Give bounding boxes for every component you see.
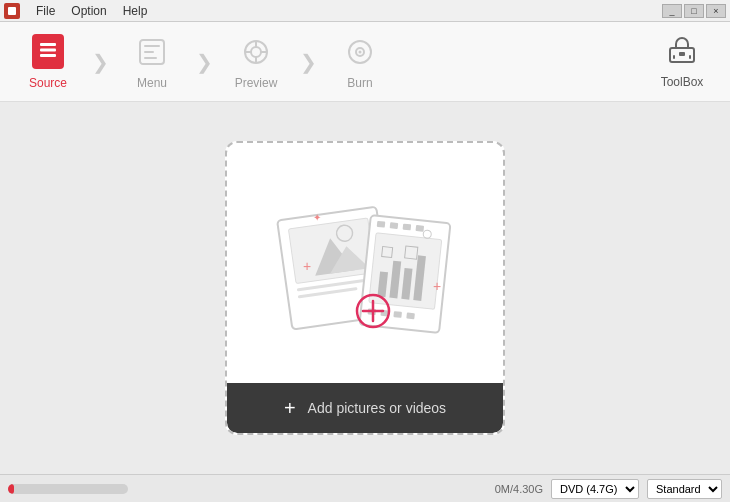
media-illustration: + + ✦ xyxy=(255,163,475,363)
quality-select[interactable]: Standard xyxy=(647,479,722,499)
toolbar-item-preview[interactable]: Preview xyxy=(216,27,296,97)
svg-text:+: + xyxy=(433,278,441,294)
toolbox-icon xyxy=(666,34,698,69)
toolbox-label: ToolBox xyxy=(661,75,704,89)
svg-point-16 xyxy=(359,50,362,53)
menu-nav-icon xyxy=(134,34,170,70)
toolbar-item-menu[interactable]: Menu xyxy=(112,27,192,97)
svg-point-9 xyxy=(251,47,261,57)
burn-icon xyxy=(342,34,378,70)
menu-option[interactable]: Option xyxy=(63,2,114,20)
status-bar: 0M/4.30G DVD (4.7G) Standard xyxy=(0,474,730,502)
title-bar-left: File Option Help xyxy=(4,2,155,20)
arrow-2: ❯ xyxy=(192,27,216,97)
arrow-1: ❯ xyxy=(88,27,112,97)
toolbar-item-toolbox[interactable]: ToolBox xyxy=(642,27,722,97)
status-size-info: 0M/4.30G xyxy=(136,483,543,495)
close-button[interactable]: × xyxy=(706,4,726,18)
preview-label: Preview xyxy=(235,76,278,90)
title-bar: File Option Help _ □ × xyxy=(0,0,730,22)
svg-rect-1 xyxy=(40,43,56,46)
svg-rect-6 xyxy=(144,51,154,53)
main-content: + + ✦ + Add pictures or videos xyxy=(0,102,730,474)
add-media-button[interactable]: + Add pictures or videos xyxy=(227,383,503,433)
svg-text:+: + xyxy=(303,258,311,274)
svg-rect-18 xyxy=(679,52,685,56)
arrow-3: ❯ xyxy=(296,27,320,97)
toolbar: Source ❯ Menu ❯ Previe xyxy=(0,22,730,102)
svg-rect-32 xyxy=(416,225,425,232)
burn-label: Burn xyxy=(347,76,372,90)
svg-rect-43 xyxy=(406,312,415,319)
minimize-button[interactable]: _ xyxy=(662,4,682,18)
svg-rect-29 xyxy=(377,221,386,228)
preview-icon xyxy=(238,34,274,70)
menu-help[interactable]: Help xyxy=(115,2,156,20)
svg-rect-30 xyxy=(390,222,399,229)
menu-nav-label: Menu xyxy=(137,76,167,90)
svg-rect-31 xyxy=(403,224,412,231)
source-label: Source xyxy=(29,76,67,90)
maximize-button[interactable]: □ xyxy=(684,4,704,18)
svg-text:✦: ✦ xyxy=(313,212,321,223)
svg-rect-5 xyxy=(144,45,160,47)
app-icon xyxy=(4,3,20,19)
window-controls: _ □ × xyxy=(662,4,726,18)
add-plus-icon: + xyxy=(284,397,296,420)
svg-rect-3 xyxy=(40,54,56,57)
source-icon-bg xyxy=(32,34,64,69)
drop-zone-content: + + ✦ xyxy=(227,143,503,383)
svg-rect-0 xyxy=(8,7,16,15)
toolbar-item-burn[interactable]: Burn xyxy=(320,27,400,97)
add-media-label: Add pictures or videos xyxy=(308,400,447,416)
source-icon-wrap xyxy=(30,34,66,70)
toolbar-item-source[interactable]: Source xyxy=(8,27,88,97)
dvd-select[interactable]: DVD (4.7G) xyxy=(551,479,639,499)
svg-rect-2 xyxy=(40,49,56,52)
progress-bar-container xyxy=(8,484,128,494)
menu-file[interactable]: File xyxy=(28,2,63,20)
svg-rect-42 xyxy=(393,311,402,318)
progress-bar-fill xyxy=(8,484,14,494)
menu-bar: File Option Help xyxy=(28,2,155,20)
svg-rect-7 xyxy=(144,57,157,59)
drop-zone[interactable]: + + ✦ + Add pictures or videos xyxy=(225,141,505,435)
